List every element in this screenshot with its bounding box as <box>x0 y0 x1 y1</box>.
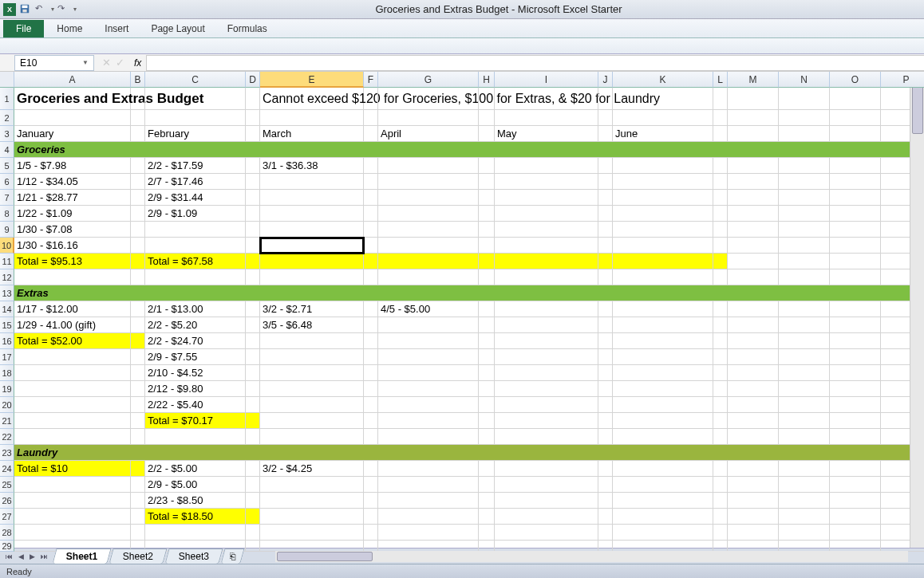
cell-G19[interactable] <box>378 381 479 397</box>
cell-N19[interactable] <box>779 381 830 397</box>
cell-M7[interactable] <box>728 190 779 206</box>
cell-H26[interactable] <box>479 493 495 509</box>
cell-K27[interactable] <box>613 509 713 525</box>
cell-F8[interactable] <box>364 206 378 222</box>
cell-L3[interactable] <box>713 126 728 142</box>
cell-N27[interactable] <box>779 509 830 525</box>
cell-O9[interactable] <box>830 222 881 238</box>
cell-G14[interactable]: 4/5 - $5.00 <box>378 301 479 317</box>
ribbon-tab-home[interactable]: Home <box>45 20 93 37</box>
cell-G12[interactable] <box>378 269 479 285</box>
cell-N3[interactable] <box>779 126 830 142</box>
cell-C27[interactable]: Total = $18.50 <box>145 509 246 525</box>
cell-C17[interactable]: 2/9 - $7.55 <box>145 349 246 365</box>
cell-L8[interactable] <box>713 206 728 222</box>
cell-N7[interactable] <box>779 190 830 206</box>
cell-N5[interactable] <box>779 158 830 174</box>
cell-I17[interactable] <box>495 349 598 365</box>
cell-N14[interactable] <box>779 301 830 317</box>
row-header-28[interactable]: 28 <box>0 525 14 541</box>
cell-K9[interactable] <box>613 222 713 238</box>
cell-O22[interactable] <box>830 429 881 445</box>
ribbon-tab-insert[interactable]: Insert <box>93 20 140 37</box>
cell-L12[interactable] <box>713 269 728 285</box>
cell-N1[interactable] <box>779 88 830 110</box>
col-header-H[interactable]: H <box>479 72 495 88</box>
cell-H3[interactable] <box>479 126 495 142</box>
cell-E12[interactable] <box>260 269 364 285</box>
cell-I11[interactable] <box>495 254 598 269</box>
col-header-G[interactable]: G <box>378 72 479 88</box>
cell-B7[interactable] <box>131 190 145 206</box>
col-header-I[interactable]: I <box>495 72 598 88</box>
cell-D19[interactable] <box>246 381 260 397</box>
cell-A24[interactable]: Total = $10 <box>14 461 131 477</box>
cell-B24[interactable] <box>131 461 145 477</box>
cell-D5[interactable] <box>246 158 260 174</box>
cell-I18[interactable] <box>495 365 598 381</box>
undo-icon[interactable]: ↶ <box>35 3 48 16</box>
cell-J5[interactable] <box>598 158 613 174</box>
cell-F26[interactable] <box>364 493 378 509</box>
cell-K18[interactable] <box>613 365 713 381</box>
cell-M2[interactable] <box>728 110 779 126</box>
cell-E21[interactable] <box>260 413 364 429</box>
vertical-scroll-thumb[interactable] <box>912 86 923 134</box>
cell-F18[interactable] <box>364 365 378 381</box>
tab-first-icon[interactable]: ⏮ <box>3 552 15 560</box>
cell-J25[interactable] <box>598 477 613 493</box>
cell-B11[interactable] <box>131 254 145 269</box>
cell-F20[interactable] <box>364 397 378 413</box>
cell-A2[interactable] <box>14 110 131 126</box>
cell-F10[interactable] <box>364 238 378 254</box>
cell-M20[interactable] <box>728 397 779 413</box>
cell-N9[interactable] <box>779 222 830 238</box>
col-header-J[interactable]: J <box>598 72 613 88</box>
cell-K3[interactable]: June <box>613 126 713 142</box>
cell-K12[interactable] <box>613 269 713 285</box>
cell-I25[interactable] <box>495 477 598 493</box>
cell-A7[interactable]: 1/21 - $28.77 <box>14 190 131 206</box>
row-header-5[interactable]: 5 <box>0 158 14 174</box>
row-header-14[interactable]: 14 <box>0 301 14 317</box>
cell-M17[interactable] <box>728 349 779 365</box>
cell-M5[interactable] <box>728 158 779 174</box>
cell-D20[interactable] <box>246 397 260 413</box>
cell-N8[interactable] <box>779 206 830 222</box>
cell-I27[interactable] <box>495 509 598 525</box>
cell-I2[interactable] <box>495 110 598 126</box>
cell-F24[interactable] <box>364 461 378 477</box>
cell-E17[interactable] <box>260 349 364 365</box>
cell-J12[interactable] <box>598 269 613 285</box>
tab-last-icon[interactable]: ⏭ <box>38 552 50 560</box>
cell-D6[interactable] <box>246 174 260 190</box>
cell-I15[interactable] <box>495 317 598 333</box>
cell-G6[interactable] <box>378 174 479 190</box>
cell-F22[interactable] <box>364 429 378 445</box>
row-header-25[interactable]: 25 <box>0 477 14 493</box>
row-header-10[interactable]: 10 <box>0 238 14 254</box>
cell-K8[interactable] <box>613 206 713 222</box>
cell-B14[interactable] <box>131 301 145 317</box>
cell-N11[interactable] <box>779 254 830 269</box>
cell-M14[interactable] <box>728 301 779 317</box>
cell-H17[interactable] <box>479 349 495 365</box>
cell-K10[interactable] <box>613 238 713 254</box>
cancel-icon[interactable]: ✕ <box>102 57 111 69</box>
row-header-4[interactable]: 4 <box>0 142 14 158</box>
cell-L7[interactable] <box>713 190 728 206</box>
cell-N25[interactable] <box>779 477 830 493</box>
cell-G20[interactable] <box>378 397 479 413</box>
cell-H22[interactable] <box>479 429 495 445</box>
cell-J17[interactable] <box>598 349 613 365</box>
cell-J16[interactable] <box>598 333 613 349</box>
cell-G28[interactable] <box>378 525 479 541</box>
cell-A8[interactable]: 1/22 - $1.09 <box>14 206 131 222</box>
cell-E19[interactable] <box>260 381 364 397</box>
cell-J18[interactable] <box>598 365 613 381</box>
cell-A14[interactable]: 1/17 - $12.00 <box>14 301 131 317</box>
cell-J1[interactable] <box>598 88 613 110</box>
cell-M26[interactable] <box>728 493 779 509</box>
cell-M15[interactable] <box>728 317 779 333</box>
cell-B9[interactable] <box>131 222 145 238</box>
